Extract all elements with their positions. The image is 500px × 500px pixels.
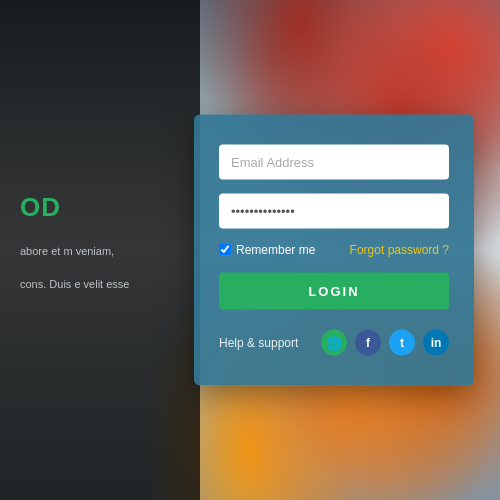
linkedin-icon[interactable]: in (423, 330, 449, 356)
password-input[interactable] (219, 194, 449, 229)
support-text: Help & support (219, 336, 298, 350)
social-icons-group: 🌐 f t in (321, 330, 449, 356)
support-row: Help & support 🌐 f t in (219, 330, 449, 356)
remember-label: Remember me (236, 243, 315, 257)
login-card: Remember me Forgot password ? LOGIN Help… (194, 115, 474, 386)
description-text-2: cons. Duis e velit esse (20, 276, 180, 294)
globe-icon[interactable]: 🌐 (321, 330, 347, 356)
remember-row: Remember me Forgot password ? (219, 243, 449, 257)
brand-title: OD (20, 192, 180, 223)
facebook-icon[interactable]: f (355, 330, 381, 356)
remember-checkbox[interactable] (219, 244, 231, 256)
left-panel: OD abore et m veniam, cons. Duis e velit… (0, 0, 200, 500)
forgot-password-link[interactable]: Forgot password ? (350, 243, 449, 257)
remember-left: Remember me (219, 243, 315, 257)
login-button[interactable]: LOGIN (219, 273, 449, 310)
email-input[interactable] (219, 145, 449, 180)
description-text-1: abore et m veniam, (20, 243, 180, 261)
twitter-icon[interactable]: t (389, 330, 415, 356)
